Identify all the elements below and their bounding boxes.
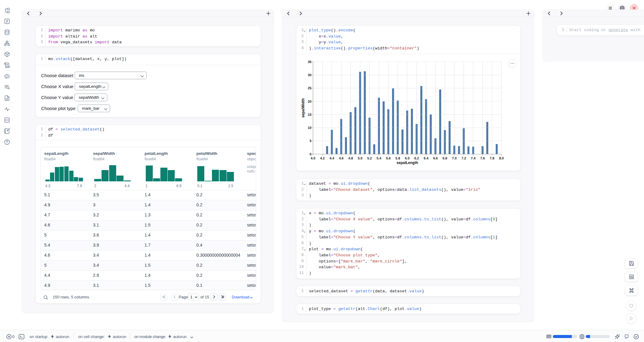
svg-text:4.4: 4.4 [330, 156, 335, 160]
svg-text:8.0: 8.0 [499, 156, 504, 160]
svg-text:7.6: 7.6 [480, 156, 485, 160]
svg-text:5.4: 5.4 [377, 156, 381, 160]
svg-text:4.6: 4.6 [339, 156, 343, 160]
svg-text:6.2: 6.2 [414, 156, 419, 160]
svg-text:6.4: 6.4 [424, 156, 429, 160]
svg-text:6.8: 6.8 [442, 156, 447, 160]
svg-text:7.0: 7.0 [452, 156, 456, 160]
svg-text:sepalWidth: sepalWidth [301, 98, 305, 118]
svg-text:5.6: 5.6 [386, 156, 391, 160]
svg-text:0: 0 [309, 152, 311, 156]
svg-text:30: 30 [308, 73, 311, 77]
svg-text:35: 35 [308, 60, 311, 64]
svg-text:6.6: 6.6 [433, 156, 438, 160]
svg-text:5.8: 5.8 [395, 156, 400, 160]
svg-text:20: 20 [308, 100, 311, 103]
svg-text:15: 15 [308, 113, 311, 116]
svg-text:25: 25 [308, 86, 311, 90]
svg-text:4.2: 4.2 [320, 156, 325, 160]
svg-text:7.2: 7.2 [461, 156, 466, 160]
svg-text:5.0: 5.0 [358, 156, 362, 160]
svg-text:4.8: 4.8 [348, 156, 353, 160]
svg-text:10: 10 [308, 126, 311, 130]
svg-text:5.2: 5.2 [367, 156, 372, 160]
svg-text:4.0: 4.0 [311, 156, 315, 160]
svg-text:sepalLength: sepalLength [396, 161, 418, 165]
svg-text:7.4: 7.4 [471, 156, 476, 160]
svg-text:7.8: 7.8 [490, 156, 494, 160]
svg-text:6.0: 6.0 [405, 156, 410, 160]
svg-text:5: 5 [309, 139, 311, 143]
